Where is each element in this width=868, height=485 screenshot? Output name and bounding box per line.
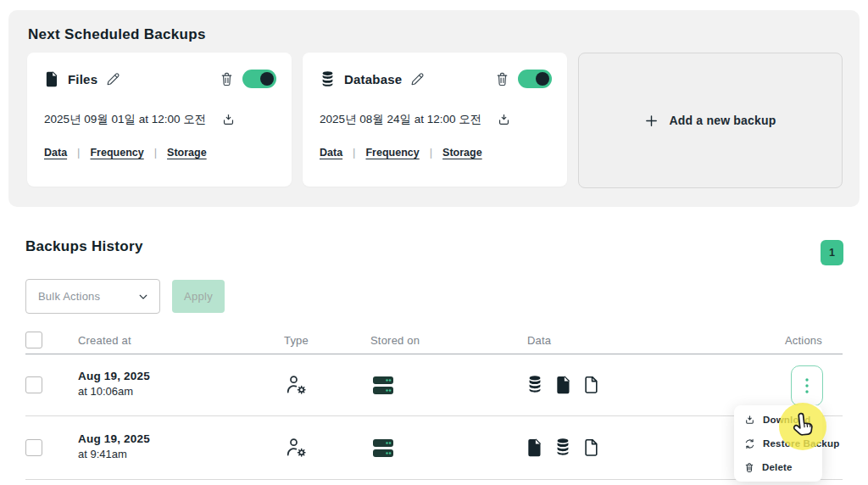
file-filled-icon bbox=[554, 375, 572, 394]
backup-date: Aug 19, 2025 bbox=[78, 432, 150, 445]
database-icon bbox=[320, 70, 336, 87]
column-header-actions: Actions bbox=[763, 334, 822, 347]
file-outline-icon bbox=[582, 438, 600, 457]
history-count-badge: 1 bbox=[821, 240, 843, 265]
bulk-actions-select[interactable]: Bulk Actions bbox=[25, 279, 160, 314]
row-actions-kebab-button[interactable] bbox=[791, 365, 823, 406]
file-filled-icon bbox=[526, 438, 543, 457]
server-icon bbox=[372, 438, 394, 458]
column-header-created-at: Created at bbox=[78, 334, 131, 347]
section-title: Next Scheduled Backups bbox=[28, 26, 206, 43]
row-checkbox[interactable] bbox=[25, 376, 42, 393]
server-icon bbox=[372, 376, 394, 395]
row-checkbox[interactable] bbox=[25, 439, 42, 456]
link-data[interactable]: Data bbox=[320, 147, 342, 159]
chevron-down-icon bbox=[137, 291, 149, 303]
backup-time: at 10:06am bbox=[78, 385, 150, 398]
select-all-checkbox[interactable] bbox=[25, 332, 42, 348]
kebab-dots-icon bbox=[804, 377, 810, 394]
download-icon bbox=[744, 415, 755, 426]
edit-pencil-icon[interactable] bbox=[106, 72, 120, 86]
add-new-backup-label: Add a new backup bbox=[669, 114, 776, 127]
next-backup-date: 2025년 08월 24일 at 12:00 오전 bbox=[320, 112, 481, 127]
database-filled-icon bbox=[554, 438, 572, 456]
apply-button[interactable]: Apply bbox=[172, 280, 225, 313]
link-storage[interactable]: Storage bbox=[442, 147, 482, 159]
column-header-data: Data bbox=[527, 334, 551, 347]
menu-item-download[interactable]: Download bbox=[734, 408, 822, 432]
link-frequency[interactable]: Frequency bbox=[90, 147, 143, 159]
backup-time: at 9:41am bbox=[78, 448, 150, 460]
backup-card-title: Database bbox=[344, 72, 402, 86]
user-gear-icon bbox=[285, 436, 309, 460]
table-header-divider bbox=[25, 354, 843, 354]
backup-date: Aug 19, 2025 bbox=[78, 370, 150, 382]
user-gear-icon bbox=[285, 373, 309, 397]
backup-enabled-toggle[interactable] bbox=[242, 70, 276, 88]
restore-icon bbox=[744, 438, 755, 449]
plus-icon bbox=[644, 114, 659, 128]
menu-item-restore-backup[interactable]: Restore Backup bbox=[734, 432, 822, 455]
backup-settings-links: Data | Frequency | Storage bbox=[44, 146, 207, 159]
link-frequency[interactable]: Frequency bbox=[365, 147, 419, 159]
row-actions-menu: Download Restore Backup Delete bbox=[734, 405, 822, 482]
scheduled-card-files: Files 2025년 09월 01일 at 12:00 오전 Data | bbox=[27, 53, 292, 187]
column-header-stored-on: Stored on bbox=[370, 334, 420, 347]
backups-page: Next Scheduled Backups Files 2025년 09월 0… bbox=[0, 0, 868, 485]
download-icon[interactable] bbox=[497, 113, 511, 127]
edit-pencil-icon[interactable] bbox=[410, 72, 425, 86]
delete-trash-icon[interactable] bbox=[495, 71, 509, 87]
backup-enabled-toggle[interactable] bbox=[518, 70, 552, 88]
link-data[interactable]: Data bbox=[44, 147, 67, 159]
download-icon[interactable] bbox=[221, 113, 236, 127]
history-title: Backups History bbox=[25, 238, 143, 255]
next-scheduled-backups-section: Next Scheduled Backups Files 2025년 09월 0… bbox=[8, 10, 860, 207]
backup-card-title: Files bbox=[68, 72, 97, 86]
menu-item-delete[interactable]: Delete bbox=[734, 455, 822, 479]
row-divider bbox=[25, 479, 843, 480]
row-divider bbox=[25, 415, 843, 416]
next-backup-date: 2025년 09월 01일 at 12:00 오전 bbox=[44, 112, 206, 127]
file-outline-icon bbox=[582, 375, 600, 394]
delete-trash-icon bbox=[744, 462, 754, 473]
link-storage[interactable]: Storage bbox=[167, 147, 207, 159]
backup-settings-links: Data | Frequency | Storage bbox=[320, 146, 482, 159]
column-header-type: Type bbox=[284, 334, 309, 347]
database-filled-icon bbox=[526, 375, 544, 393]
scheduled-card-database: Database 2025년 08월 24일 at 12:00 오전 Data … bbox=[303, 53, 567, 187]
file-icon bbox=[44, 70, 59, 87]
add-new-backup-button[interactable]: Add a new backup bbox=[578, 53, 843, 188]
delete-trash-icon[interactable] bbox=[220, 71, 234, 87]
